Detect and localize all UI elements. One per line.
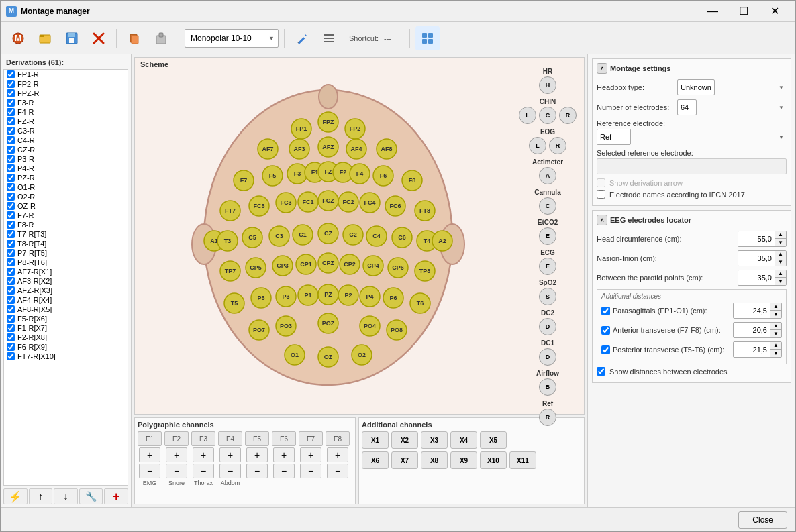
electrode-o2[interactable]: O2 — [352, 345, 372, 365]
sidebar-item[interactable]: CZ-R — [4, 145, 128, 154]
electrode-p4[interactable]: P4 — [360, 286, 380, 307]
open-button[interactable] — [33, 26, 57, 50]
sidebar-item-checkbox[interactable] — [7, 155, 15, 163]
save-button[interactable] — [60, 26, 84, 50]
electrode-p1[interactable]: P1 — [298, 285, 318, 305]
head-circ-up[interactable]: ▲ — [775, 231, 786, 239]
sidebar-item-checkbox[interactable] — [7, 99, 15, 107]
electrode-cp1[interactable]: CP1 — [296, 254, 316, 274]
derivation-add-btn[interactable]: ⚡ — [3, 488, 28, 504]
electrode-c1[interactable]: C1 — [293, 225, 313, 245]
sidebar-item[interactable]: P3-R — [4, 154, 128, 164]
show-distances-checkbox[interactable] — [597, 367, 605, 376]
derivation-up-btn[interactable]: ↑ — [29, 488, 53, 504]
electrode-ft8[interactable]: FT8 — [415, 201, 435, 221]
poly-channel-minus-e6[interactable]: − — [273, 464, 295, 478]
post-transverse-down[interactable]: ▼ — [770, 350, 781, 357]
electrode-t6[interactable]: T6 — [410, 293, 430, 313]
derivation-down-btn[interactable]: ↓ — [54, 488, 78, 504]
sidebar-item[interactable]: F1-R[X7] — [4, 323, 128, 333]
electrode-cp4[interactable]: CP4 — [363, 256, 383, 276]
etco2-e-button[interactable]: E — [539, 227, 556, 245]
sidebar-item-checkbox[interactable] — [7, 333, 15, 341]
sidebar-item[interactable]: AF7-R[X1] — [4, 267, 128, 276]
sidebar-item[interactable]: F6-R[X9] — [4, 342, 128, 352]
electrode-pz[interactable]: PZ — [318, 284, 338, 305]
sidebar-item[interactable]: OZ-R — [4, 201, 128, 211]
post-transverse-up[interactable]: ▲ — [770, 342, 781, 350]
spo2-s-button[interactable]: S — [539, 288, 556, 305]
sidebar-item-checkbox[interactable] — [7, 174, 15, 182]
copy-button[interactable] — [122, 26, 146, 50]
sidebar-item-checkbox[interactable] — [7, 230, 15, 238]
sidebar-item[interactable]: AF3-R[X2] — [4, 276, 128, 286]
parotid-up[interactable]: ▲ — [775, 270, 786, 278]
poly-channel-minus-e4[interactable]: − — [219, 464, 241, 478]
montage-select[interactable]: Monopolar 10-10 Bipolar 10-20 Average re… — [185, 29, 279, 48]
headbox-type-select[interactable]: Unknown Standard Custom — [677, 79, 715, 95]
poly-channel-plus-e1[interactable]: + — [139, 447, 160, 462]
ant-transverse-up[interactable]: ▲ — [770, 323, 781, 330]
electrode-p3[interactable]: P3 — [276, 286, 296, 307]
electrode-cp6[interactable]: CP6 — [388, 258, 408, 278]
sidebar-item[interactable]: P8-R[T6] — [4, 258, 128, 267]
ant-transverse-down[interactable]: ▼ — [770, 330, 781, 337]
derivation-settings-btn[interactable]: 🔧 — [79, 488, 103, 504]
sidebar-item[interactable]: PZ-R — [4, 173, 128, 182]
electrode-f7[interactable]: F7 — [234, 170, 254, 191]
sidebar-item-checkbox[interactable] — [7, 343, 15, 351]
sidebar-item[interactable]: FP1-R — [4, 70, 128, 79]
electrode-po7[interactable]: PO7 — [249, 320, 269, 340]
sidebar-item-checkbox[interactable] — [7, 108, 15, 116]
sidebar-item-checkbox[interactable] — [7, 352, 15, 360]
num-electrodes-select[interactable]: 32 64 128 256 — [677, 99, 697, 115]
poly-channel-plus-e5[interactable]: + — [246, 447, 268, 462]
electrode-fc6[interactable]: FC6 — [385, 196, 405, 216]
derivation-remove-btn[interactable]: + — [104, 488, 128, 504]
close-button[interactable]: Close — [738, 511, 787, 529]
sidebar-item[interactable]: F4-R — [4, 107, 128, 117]
sidebar-item-checkbox[interactable] — [7, 202, 15, 210]
ecg-e-button[interactable]: E — [539, 258, 556, 275]
maximize-button[interactable]: ☐ — [728, 1, 759, 22]
electrode-po3[interactable]: PO3 — [276, 316, 296, 336]
sidebar-item-checkbox[interactable] — [7, 221, 15, 229]
poly-channel-plus-e3[interactable]: + — [193, 447, 214, 462]
sidebar-item-checkbox[interactable] — [7, 249, 15, 257]
sidebar-item[interactable]: AFZ-R[X3] — [4, 286, 128, 295]
electrode-c2[interactable]: C2 — [343, 225, 363, 245]
electrode-t5[interactable]: T5 — [224, 293, 244, 313]
sidebar-item[interactable]: FZ-R — [4, 117, 128, 126]
additional-channel-x2[interactable]: X2 — [391, 431, 418, 449]
electrode-fc3[interactable]: FC3 — [276, 193, 296, 213]
eeg-locator-collapse[interactable]: ∧ — [597, 215, 607, 225]
sidebar-item[interactable]: FP2-R — [4, 79, 128, 89]
actimeter-a-button[interactable]: A — [539, 167, 556, 184]
electrode-afz[interactable]: AFZ — [318, 137, 338, 157]
electrode-af3[interactable]: AF3 — [289, 139, 309, 159]
electrode-t3[interactable]: T3 — [217, 231, 238, 251]
sidebar-item[interactable]: T7-R[T3] — [4, 229, 128, 239]
sidebar-item-checkbox[interactable] — [7, 70, 15, 78]
sidebar-item-checkbox[interactable] — [7, 80, 15, 88]
paste-button[interactable] — [149, 26, 173, 50]
sidebar-item-checkbox[interactable] — [7, 286, 15, 295]
sidebar-item[interactable]: C4-R — [4, 136, 128, 145]
sidebar-item-checkbox[interactable] — [7, 89, 15, 97]
sidebar-item[interactable]: AF8-R[X5] — [4, 305, 128, 314]
sidebar-item-checkbox[interactable] — [7, 183, 15, 191]
electrode-f6[interactable]: F6 — [373, 166, 393, 186]
ref-electrode-select[interactable]: Ref Average CZ — [597, 129, 631, 145]
sidebar-item[interactable]: FT7-R[X10] — [4, 352, 128, 361]
electrode-fc2[interactable]: FC2 — [338, 192, 358, 212]
electrode-poz[interactable]: POZ — [318, 313, 338, 333]
additional-channel-x10[interactable]: X10 — [480, 451, 507, 469]
electrode-p5[interactable]: P5 — [251, 288, 271, 308]
electrode-fc4[interactable]: FC4 — [360, 193, 380, 213]
sidebar-item-checkbox[interactable] — [7, 324, 15, 332]
electrode-cpz[interactable]: CPZ — [318, 253, 338, 273]
electrode-p6[interactable]: P6 — [383, 288, 403, 308]
parotid-input[interactable] — [738, 270, 775, 285]
electrode-f8[interactable]: F8 — [402, 170, 422, 191]
additional-channel-x11[interactable]: X11 — [509, 451, 536, 469]
